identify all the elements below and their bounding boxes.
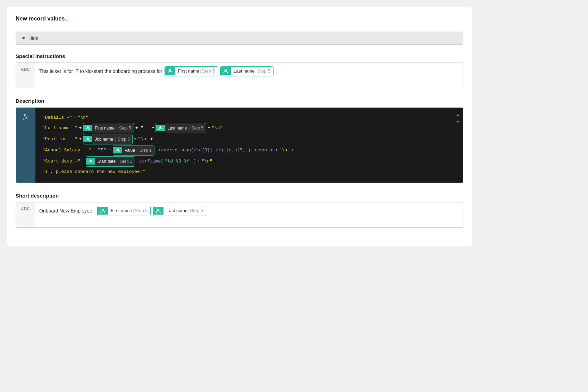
code-token-firstname[interactable]: First name | Step 5 bbox=[83, 123, 134, 133]
short-description-label: Short description bbox=[16, 193, 463, 199]
short-token-firstname[interactable]: First name | Step 5 bbox=[97, 206, 151, 216]
short-description-abc: ABC bbox=[16, 202, 35, 227]
short-token-lastname-text: Last name | Step 5 bbox=[163, 206, 206, 216]
code-line1-text: "Details -" bbox=[42, 113, 72, 122]
token-lastname-text: Last name | Step 5 bbox=[231, 67, 273, 76]
svg-point-6 bbox=[90, 160, 91, 161]
svg-point-0 bbox=[169, 69, 171, 71]
fx-icon: fx bbox=[23, 113, 28, 120]
special-instructions-section: Special instructions ABC This ticket is … bbox=[16, 53, 463, 88]
short-token-icon-2 bbox=[153, 207, 163, 215]
code-token-startdate-text: Start date | Step 1 bbox=[95, 157, 135, 166]
svg-point-8 bbox=[157, 209, 159, 211]
page-title: New record values bbox=[16, 16, 65, 22]
token-last-name-1[interactable]: Last name | Step 5 bbox=[220, 66, 274, 76]
code-body[interactable]: ▲▼ "Details -" + "\n" "Full name -" + bbox=[35, 108, 463, 183]
token-firstname-text: First name | Step 5 bbox=[175, 67, 218, 76]
code-token-icon-3 bbox=[83, 136, 92, 142]
special-instructions-label: Special instructions bbox=[16, 53, 463, 59]
description-label: Description bbox=[16, 98, 463, 104]
short-token-firstname-text: First name | Step 5 bbox=[108, 206, 150, 216]
description-editor[interactable]: fx ▲▼ "Details -" + "\n" "Full name -" + bbox=[16, 107, 463, 183]
code-token-firstname-text: First name | Step 5 bbox=[92, 123, 134, 133]
code-token-icon-4 bbox=[113, 147, 122, 153]
scroll-arrows: ▲▼ bbox=[457, 112, 459, 126]
special-instructions-content: This ticket is for IT to kickstart the o… bbox=[35, 63, 463, 80]
short-description-prefix: Onboard New Employee - bbox=[39, 207, 95, 215]
code-line-4: "Annual Salary - " + "$" + Value | bbox=[42, 145, 456, 156]
code-token-lastname[interactable]: Last name | Step 5 bbox=[156, 123, 206, 133]
svg-point-5 bbox=[117, 149, 118, 150]
description-section: Description fx ▲▼ "Details -" + "\n" "Fu… bbox=[16, 98, 463, 183]
code-token-lastname-text: Last name | Step 5 bbox=[165, 123, 206, 133]
svg-point-3 bbox=[160, 126, 161, 128]
token-icon-2 bbox=[220, 67, 231, 75]
special-instructions-prefix: This ticket is for IT to kickstart the o… bbox=[39, 67, 162, 75]
short-description-content: Onboard New Employee - First name | Step… bbox=[35, 202, 463, 219]
token-first-name-1[interactable]: First name | Step 5 bbox=[165, 66, 218, 76]
special-instructions-field[interactable]: ABC This ticket is for IT to kickstart t… bbox=[16, 62, 463, 88]
code-line-3: "Position - " + Job name | Step 3 bbox=[42, 134, 456, 144]
hide-label: Hide bbox=[28, 35, 39, 41]
svg-point-2 bbox=[87, 126, 89, 128]
code-token-startdate[interactable]: Start date | Step 1 bbox=[86, 156, 135, 167]
svg-point-7 bbox=[102, 209, 104, 211]
short-token-icon-1 bbox=[98, 207, 108, 215]
code-token-jobname-text: Job name | Step 3 bbox=[92, 134, 132, 144]
resize-handle[interactable]: ⌟ bbox=[459, 172, 462, 181]
code-gutter: fx bbox=[16, 108, 35, 183]
hide-bar[interactable]: Hide bbox=[16, 32, 463, 45]
short-description-section: Short description ABC Onboard New Employ… bbox=[16, 193, 463, 228]
svg-point-1 bbox=[225, 69, 227, 71]
special-instructions-suffix: . bbox=[276, 67, 277, 75]
page-container: New record values * Hide Special instruc… bbox=[7, 7, 472, 246]
code-line-1: "Details -" + "\n" bbox=[42, 113, 456, 122]
token-icon-1 bbox=[165, 67, 175, 75]
code-token-value-text: Value | Step 1 bbox=[122, 145, 154, 155]
short-description-field[interactable]: ABC Onboard New Employee - First name | bbox=[16, 202, 463, 228]
code-line-2: "Full name -" + First name | Step bbox=[42, 123, 456, 133]
triangle-icon bbox=[22, 37, 26, 40]
code-token-icon-1 bbox=[83, 125, 92, 131]
svg-point-4 bbox=[87, 137, 89, 139]
code-line-6: "IT, please onboard the new employee!" bbox=[42, 167, 456, 176]
code-token-jobname[interactable]: Job name | Step 3 bbox=[83, 134, 133, 144]
required-indicator: * bbox=[66, 18, 67, 24]
code-token-icon-2 bbox=[156, 125, 165, 131]
short-token-lastname[interactable]: Last name | Step 5 bbox=[153, 206, 206, 216]
code-line-5: "Start date -" + Start date | Step bbox=[42, 156, 456, 167]
code-token-value[interactable]: Value | Step 1 bbox=[113, 145, 154, 156]
special-instructions-abc: ABC bbox=[16, 63, 35, 88]
code-token-icon-5 bbox=[86, 158, 95, 165]
